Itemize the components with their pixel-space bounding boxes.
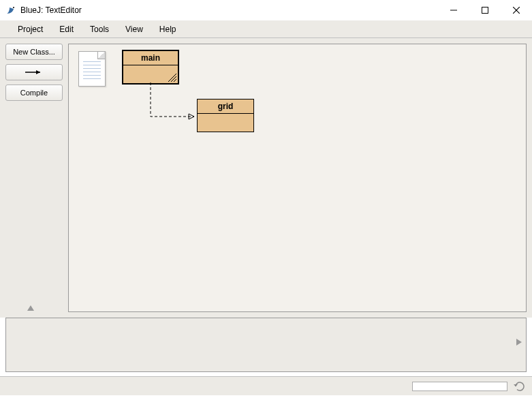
dependency-arrow-button[interactable]	[5, 64, 63, 80]
minimize-button[interactable]	[438, 0, 469, 20]
svg-marker-6	[36, 70, 40, 74]
readme-file-icon[interactable]	[78, 51, 106, 87]
class-body	[123, 65, 178, 83]
console-panel[interactable]	[5, 318, 527, 372]
svg-marker-7	[27, 305, 34, 311]
close-button[interactable]	[501, 0, 532, 20]
menu-view[interactable]: View	[117, 22, 151, 37]
sidebar-collapse-icon[interactable]	[27, 305, 34, 312]
arrow-icon	[24, 69, 44, 76]
menu-edit[interactable]: Edit	[51, 22, 82, 37]
svg-line-9	[171, 76, 176, 82]
class-box-grid[interactable]: grid	[197, 99, 254, 132]
class-name-label: grid	[198, 99, 253, 114]
svg-rect-2	[482, 7, 488, 14]
menubar: Project Edit Tools View Help	[0, 20, 532, 38]
progress-bar	[412, 382, 507, 391]
svg-marker-11	[189, 114, 194, 119]
compile-button[interactable]: Compile	[5, 85, 63, 101]
menu-project[interactable]: Project	[10, 22, 51, 37]
svg-line-10	[174, 79, 176, 82]
statusbar	[0, 376, 532, 395]
class-body	[198, 114, 253, 132]
menu-help[interactable]: Help	[151, 22, 185, 37]
app-icon	[5, 5, 16, 16]
svg-marker-13	[514, 384, 518, 386]
class-box-main[interactable]: main	[122, 50, 179, 85]
class-name-label: main	[123, 51, 178, 65]
toolbar: New Class... Compile	[0, 38, 68, 318]
menu-tools[interactable]: Tools	[82, 22, 117, 37]
window-controls	[438, 0, 532, 20]
workspace: New Class... Compile main	[0, 38, 532, 318]
class-diagram[interactable]: main grid	[68, 44, 527, 312]
maximize-button[interactable]	[469, 0, 501, 20]
reset-vm-icon[interactable]	[513, 381, 527, 392]
resize-handle-icon	[166, 74, 176, 82]
svg-point-0	[13, 7, 14, 8]
console-collapse-icon[interactable]	[516, 339, 522, 347]
new-class-button[interactable]: New Class...	[5, 44, 63, 60]
svg-marker-12	[516, 339, 522, 346]
window-title: BlueJ: TextEditor	[20, 5, 82, 15]
